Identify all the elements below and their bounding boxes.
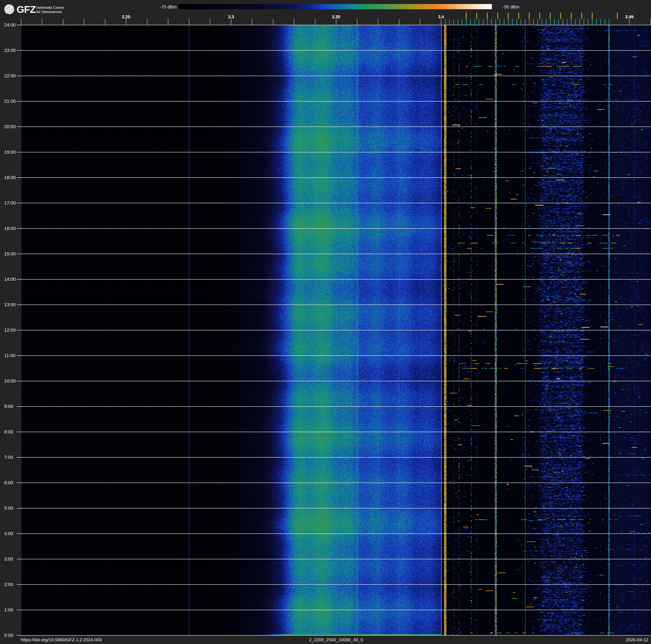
svg-text:GFZ: GFZ [17,4,36,15]
svg-text:for Geosciences: for Geosciences [36,10,62,14]
svg-text:Helmholtz Centre: Helmholtz Centre [36,6,64,10]
